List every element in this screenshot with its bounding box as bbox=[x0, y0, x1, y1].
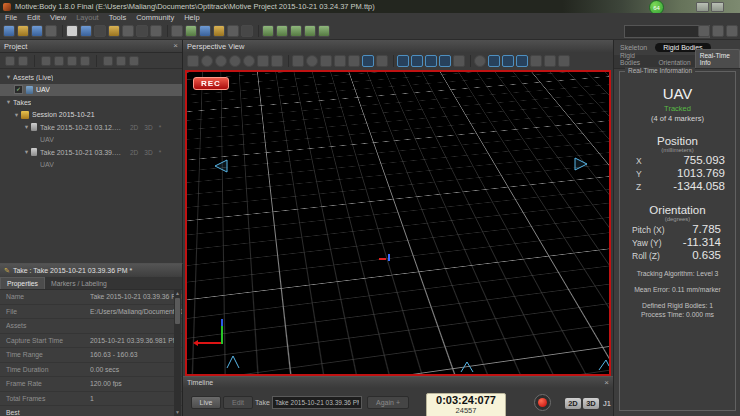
menu-help[interactable]: Help bbox=[179, 13, 204, 22]
phone-icon[interactable] bbox=[241, 25, 253, 37]
rotate-tool-icon[interactable] bbox=[306, 55, 318, 67]
labels-toggle-icon[interactable] bbox=[362, 55, 374, 67]
take-name-input[interactable] bbox=[272, 396, 362, 409]
ground-plane-icon[interactable] bbox=[348, 55, 360, 67]
tree-take-1-uav[interactable]: UAV bbox=[0, 134, 182, 147]
capture-tool-icon[interactable] bbox=[150, 25, 162, 37]
project-settings-icon[interactable] bbox=[45, 25, 57, 37]
menu-file[interactable]: File bbox=[0, 13, 22, 22]
layout-preset-1-icon[interactable] bbox=[262, 25, 274, 37]
ids-toggle-icon[interactable] bbox=[376, 55, 388, 67]
chevron-down-icon[interactable]: ▼ bbox=[4, 99, 13, 105]
close-icon[interactable]: × bbox=[173, 42, 178, 50]
reference-view-icon[interactable] bbox=[122, 25, 134, 37]
new-project-icon[interactable] bbox=[3, 25, 15, 37]
again-button[interactable]: Again + bbox=[367, 396, 409, 409]
pane-toggle-1-icon[interactable] bbox=[698, 25, 710, 37]
edit-button[interactable]: Edit bbox=[223, 396, 253, 409]
perspective-3d-viewport[interactable]: REC bbox=[185, 70, 611, 376]
export-take-icon[interactable] bbox=[67, 56, 77, 66]
scale-tool-icon[interactable] bbox=[320, 55, 332, 67]
snapshot-camera-icon[interactable] bbox=[257, 55, 269, 67]
camera-group-2-icon[interactable] bbox=[411, 55, 423, 67]
chevron-down-icon[interactable]: ▼ bbox=[4, 74, 13, 80]
data-streaming-icon[interactable] bbox=[136, 25, 148, 37]
tree-session[interactable]: ▼ Session 2015-10-21 bbox=[0, 109, 182, 122]
save-project-icon[interactable] bbox=[31, 25, 43, 37]
view-menu-icon[interactable] bbox=[187, 55, 199, 67]
camera-group-3-icon[interactable] bbox=[425, 55, 437, 67]
tab-properties[interactable]: Properties bbox=[0, 277, 45, 289]
tracked-rays-icon[interactable] bbox=[530, 55, 542, 67]
translate-tool-icon[interactable] bbox=[292, 55, 304, 67]
marker-mode-1-icon[interactable] bbox=[488, 55, 500, 67]
marker-mode-3-icon[interactable] bbox=[516, 55, 528, 67]
add-take-icon[interactable] bbox=[41, 56, 51, 66]
remove-session-icon[interactable] bbox=[18, 56, 28, 66]
mode-2d-button[interactable]: 2D bbox=[565, 398, 581, 409]
tree-take-1[interactable]: ▼ Take 2015-10-21 03.12.52 PM 2D 3D * bbox=[0, 121, 182, 134]
tree-assets-group[interactable]: ▼ Assets (Live) bbox=[0, 71, 182, 84]
misc-view-icon[interactable] bbox=[558, 55, 570, 67]
open-project-icon[interactable] bbox=[17, 25, 29, 37]
tree-asset-uav[interactable]: ✓ UAV bbox=[0, 84, 182, 97]
properties-scrollbar[interactable]: ▲ ▼ bbox=[174, 290, 181, 416]
marker-mode-2-icon[interactable] bbox=[502, 55, 514, 67]
tree-take-2[interactable]: ▼ Take 2015-10-21 03.39.36 P... 2D 3D * bbox=[0, 146, 182, 159]
camera-preview-icon[interactable] bbox=[94, 25, 106, 37]
menu-view[interactable]: View bbox=[45, 13, 71, 22]
import-take-icon[interactable] bbox=[80, 56, 90, 66]
chevron-down-icon[interactable]: ▼ bbox=[22, 149, 31, 155]
zoom-in-icon[interactable] bbox=[215, 55, 227, 67]
maximize-button[interactable] bbox=[711, 2, 724, 12]
chevron-down-icon[interactable]: ▼ bbox=[12, 112, 21, 118]
live-button[interactable]: Live bbox=[191, 396, 221, 409]
layout-preset-2-icon[interactable] bbox=[276, 25, 288, 37]
layout-preset-3-icon[interactable] bbox=[290, 25, 302, 37]
tree-takes-group[interactable]: ▼ Takes bbox=[0, 96, 182, 109]
rigid-bodies-pane-icon[interactable] bbox=[185, 25, 197, 37]
camera-reset-icon[interactable] bbox=[453, 55, 465, 67]
scrollbar-thumb[interactable] bbox=[175, 298, 180, 324]
close-icon[interactable]: × bbox=[604, 378, 609, 387]
zoom-out-icon[interactable] bbox=[229, 55, 241, 67]
devices-pane-icon[interactable] bbox=[80, 25, 92, 37]
subtab-rigid-bodies[interactable]: Rigid Bodies bbox=[616, 50, 654, 68]
applications-icon[interactable] bbox=[227, 25, 239, 37]
mode-3d-button[interactable]: 3D bbox=[583, 398, 599, 409]
menu-community[interactable]: Community bbox=[131, 13, 179, 22]
warning-icon[interactable] bbox=[213, 25, 225, 37]
scroll-up-icon[interactable]: ▲ bbox=[174, 290, 181, 297]
record-button[interactable] bbox=[534, 394, 551, 411]
new-session-icon[interactable] bbox=[5, 56, 15, 66]
layout-preset-4-icon[interactable] bbox=[304, 25, 316, 37]
pane-toggle-2-icon[interactable] bbox=[712, 25, 724, 37]
tab-markers-labeling[interactable]: Markers / Labeling bbox=[45, 277, 113, 289]
checkbox-checked-icon[interactable]: ✓ bbox=[14, 85, 23, 94]
info-pane-icon[interactable] bbox=[199, 25, 211, 37]
zoom-region-icon[interactable] bbox=[243, 55, 255, 67]
pane-toggle-3-icon[interactable] bbox=[726, 25, 738, 37]
tree-take-2-uav[interactable]: UAV bbox=[0, 159, 182, 172]
camera-group-1-icon[interactable] bbox=[397, 55, 409, 67]
edit-pencil-icon[interactable] bbox=[108, 25, 120, 37]
layout-preset-5-icon[interactable] bbox=[318, 25, 330, 37]
minimize-button[interactable] bbox=[696, 2, 709, 12]
visibility-eye-icon[interactable] bbox=[474, 55, 486, 67]
add-rigid-body-icon[interactable] bbox=[116, 56, 126, 66]
camera-group-4-icon[interactable] bbox=[439, 55, 451, 67]
chevron-down-icon[interactable]: ▼ bbox=[22, 124, 31, 130]
scroll-down-icon[interactable]: ▼ bbox=[174, 409, 181, 416]
select-markers-icon[interactable] bbox=[334, 55, 346, 67]
subtab-realtime-info[interactable]: Real-Time Info bbox=[695, 49, 740, 68]
menu-edit[interactable]: Edit bbox=[22, 13, 45, 22]
world-view-icon[interactable] bbox=[201, 55, 213, 67]
menu-layout[interactable]: Layout bbox=[71, 13, 104, 22]
add-list-icon[interactable] bbox=[129, 56, 139, 66]
add-skeleton-icon[interactable] bbox=[103, 56, 113, 66]
uav-rigid-body-marker[interactable] bbox=[379, 254, 395, 264]
remove-take-icon[interactable] bbox=[54, 56, 64, 66]
untracked-rays-icon[interactable] bbox=[544, 55, 556, 67]
display-pane-icon[interactable] bbox=[66, 25, 78, 37]
menu-tools[interactable]: Tools bbox=[104, 13, 132, 22]
